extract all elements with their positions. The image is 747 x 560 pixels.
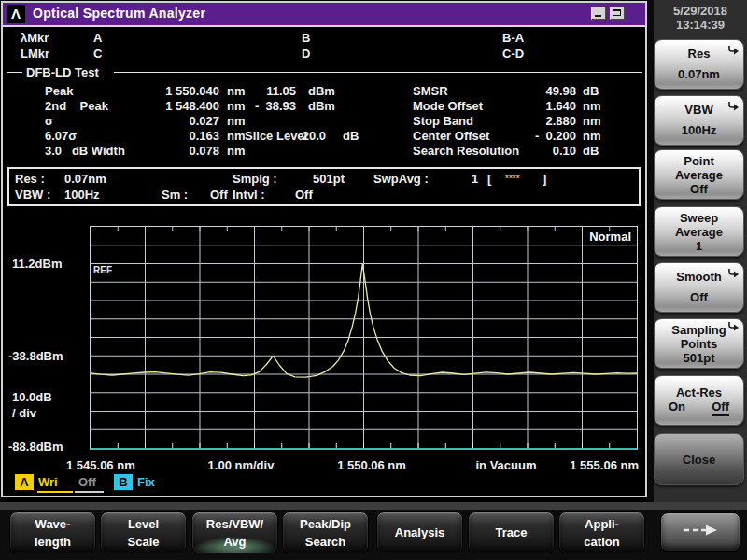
softkey-line: Sampling — [671, 323, 726, 337]
x-axis-start-label: 1 545.06 nm — [66, 458, 135, 472]
submenu-arrow-icon — [727, 98, 740, 119]
six-sigma-unit: nm — [227, 129, 246, 143]
menu-line: Res/VBW/ — [206, 515, 263, 533]
act-res-off-option: Off — [712, 399, 729, 416]
menu-application[interactable]: Appli- cation — [558, 511, 645, 553]
swpavg-value: 1 — [472, 172, 478, 186]
six-sigma-value: 0.163 — [140, 129, 219, 143]
sigma-value: 0.027 — [140, 114, 219, 128]
marker-d-label: D — [302, 47, 310, 61]
second-peak-wavelength-value: 1 548.400 — [140, 99, 219, 113]
slice-level-value: 20.0 — [282, 129, 326, 143]
title-bar: Λ Optical Spectrum Analyzer — [3, 3, 645, 27]
swpavg-label: SwpAvg : — [374, 172, 429, 186]
db-width-value: 0.078 — [140, 144, 219, 158]
softkey-line: Res — [688, 44, 711, 64]
menu-res-vbw-avg[interactable]: Res/VBW/ Avg — [191, 511, 278, 553]
menu-line: Search — [305, 533, 345, 551]
x-axis-center-label: 1 550.06 nm — [337, 458, 406, 472]
slice-level-unit: dB — [343, 129, 359, 143]
smsr-unit: dB — [583, 84, 599, 98]
sweep-average-softkey[interactable]: Sweep Average 1 — [654, 206, 744, 257]
window-title: Optical Spectrum Analyzer — [33, 6, 205, 21]
menu-trace[interactable]: Trace — [468, 511, 555, 553]
point-average-softkey[interactable]: Point Average Off — [654, 149, 744, 200]
y-axis-mid-level-label: -38.8dBm — [8, 349, 63, 363]
act-res-on-option: On — [669, 399, 685, 416]
marker-a-label: A — [93, 31, 102, 45]
trace-a-state-label: Off — [78, 475, 96, 489]
search-resolution-value: 0.10 — [504, 144, 576, 158]
menu-wavelength[interactable]: Wave- length — [9, 511, 96, 553]
softkey-line: Act-Res — [676, 385, 722, 399]
softkey-line: 100Hz — [682, 120, 717, 141]
level-mkr-label: LMkr — [21, 47, 49, 61]
menu-next-page-button[interactable] — [660, 512, 740, 552]
trace-b-selector[interactable]: B — [114, 474, 133, 490]
softkey-line: Average — [675, 225, 723, 239]
menu-line: Scale — [128, 533, 160, 551]
sigma-label: σ — [45, 114, 53, 128]
act-res-softkey[interactable]: Act-Res On Off — [654, 375, 744, 426]
menu-line: Trace — [496, 524, 528, 541]
menu-peak-dip-search[interactable]: Peak/Dip Search — [282, 511, 369, 553]
menu-line: Analysis — [395, 524, 444, 541]
swpavg-bracket-close: ] — [543, 172, 546, 186]
smsr-value: 49.98 — [504, 84, 576, 98]
sm-label: Sm : — [162, 188, 188, 202]
mode-offset-label: Mode Offset — [413, 99, 483, 113]
peak-wavelength-value: 1 550.040 — [140, 84, 219, 98]
swpavg-progress-stars: **** — [505, 174, 520, 184]
center-offset-value: - 0.200 — [504, 129, 576, 143]
softkey-line: Off — [690, 182, 708, 196]
y-axis-bottom-level-label: -88.8dBm — [8, 440, 63, 454]
y-axis-ref-level-label: 11.2dBm — [12, 257, 62, 271]
marker-c-d-label: C-D — [502, 47, 524, 61]
sampling-points-softkey[interactable]: Sampling Points 501pt — [654, 318, 744, 369]
spectrum-plot: REF Normal — [90, 226, 638, 450]
softkey-line: Sweep — [680, 211, 718, 225]
softkey-line: 1 — [696, 239, 702, 253]
section-divider-right — [114, 72, 642, 73]
smooth-softkey[interactable]: Smooth Off — [654, 262, 744, 313]
lambda-mkr-label: λMkr — [21, 31, 49, 45]
menu-level-scale[interactable]: Level Scale — [100, 511, 187, 553]
menu-line: Appli- — [585, 515, 619, 533]
menu-line: Avg — [223, 533, 246, 551]
trace-a-selector[interactable]: A — [15, 474, 34, 490]
res-softkey[interactable]: Res 0.07nm — [654, 39, 744, 90]
search-resolution-unit: dB — [583, 144, 599, 158]
menu-analysis[interactable]: Analysis — [376, 511, 463, 553]
db-width-unit: nm — [227, 144, 246, 158]
close-softkey[interactable]: Close — [654, 433, 744, 485]
x-axis-end-label: 1 555.06 nm — [570, 458, 639, 472]
softkey-line: Off — [690, 287, 708, 308]
menu-line: Level — [128, 515, 159, 533]
softkey-line: VBW — [684, 100, 712, 120]
db-width-label: 3.0 dB Width — [45, 144, 125, 158]
menu-line: length — [35, 533, 71, 551]
next-page-arrow-icon — [682, 524, 719, 541]
minimize-button[interactable] — [591, 7, 606, 20]
maximize-button[interactable] — [610, 7, 625, 20]
trace-a-underline — [37, 491, 73, 493]
softkey-line: Average — [675, 168, 723, 182]
submenu-arrow-icon — [727, 321, 740, 335]
softkey-line: Close — [683, 453, 715, 467]
time-label: 13:14:39 — [655, 18, 745, 32]
datetime-display: 5/29/2018 13:14:39 — [655, 4, 745, 32]
date-label: 5/29/2018 — [655, 4, 745, 18]
minimize-icon — [595, 15, 601, 17]
anritsu-logo-icon: Λ — [7, 5, 25, 23]
vbw-softkey[interactable]: VBW 100Hz — [654, 95, 744, 146]
softkey-line: Points — [681, 337, 718, 351]
second-peak-label: 2nd Peak — [45, 99, 108, 113]
submenu-arrow-icon — [727, 42, 740, 63]
sigma-unit: nm — [227, 114, 246, 128]
softkey-line: Smooth — [676, 267, 721, 287]
submenu-arrow-icon — [727, 265, 740, 286]
spectrum-trace-svg — [91, 227, 637, 448]
marker-c-label: C — [93, 47, 102, 61]
smsr-label: SMSR — [413, 84, 448, 98]
stop-band-unit: nm — [583, 114, 601, 128]
